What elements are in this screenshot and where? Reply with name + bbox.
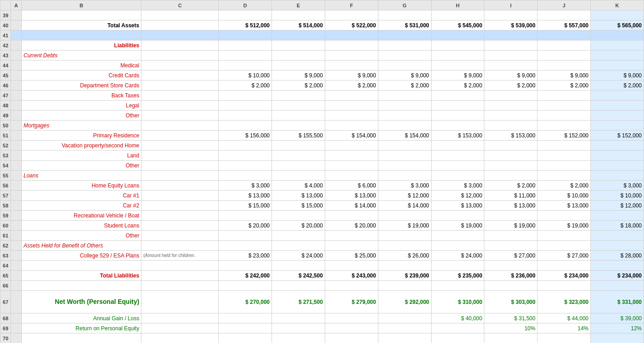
- cell-58-k[interactable]: $ 12,000: [591, 201, 644, 211]
- cell-60-b-student-loans[interactable]: Student Loans: [21, 221, 141, 231]
- cell-62-f[interactable]: [325, 241, 378, 251]
- cell-63-b-college[interactable]: College 529 / ESA Plans: [21, 251, 141, 261]
- cell-64-g[interactable]: [378, 261, 431, 271]
- cell-45-i[interactable]: $ 9,000: [484, 71, 538, 81]
- cell-39-f[interactable]: [325, 10, 378, 20]
- cell-44-h[interactable]: [431, 61, 484, 71]
- cell-56-j[interactable]: $ 2,000: [538, 181, 591, 191]
- cell-66-f[interactable]: [325, 281, 378, 291]
- cell-67-b-net-worth[interactable]: Net Worth (Personal Equity): [21, 291, 141, 313]
- cell-57-g[interactable]: $ 12,000: [378, 191, 431, 201]
- cell-43-e[interactable]: [272, 50, 325, 61]
- cell-39-d[interactable]: [219, 10, 272, 20]
- cell-59-k[interactable]: [591, 211, 644, 221]
- cell-46-g[interactable]: $ 2,000: [378, 81, 431, 91]
- cell-57-i[interactable]: $ 11,000: [484, 191, 538, 201]
- cell-47-f[interactable]: [325, 91, 378, 101]
- cell-60-d[interactable]: $ 20,000: [219, 221, 272, 231]
- cell-70-b[interactable]: [21, 333, 141, 343]
- cell-60-i[interactable]: $ 19,000: [484, 221, 538, 231]
- cell-41-d[interactable]: [219, 30, 272, 40]
- cell-63-c-note[interactable]: (Amount held for children.: [141, 251, 219, 261]
- cell-50-g[interactable]: [378, 121, 431, 131]
- cell-41-j[interactable]: [538, 30, 591, 40]
- cell-42-d[interactable]: [219, 40, 272, 50]
- cell-54-b-other2[interactable]: Other: [21, 161, 141, 171]
- cell-46-j[interactable]: $ 2,000: [538, 81, 591, 91]
- cell-61-c[interactable]: [141, 231, 219, 241]
- cell-40-e[interactable]: $ 514,000: [272, 20, 325, 30]
- cell-45-b-credit-cards[interactable]: Credit Cards: [21, 71, 141, 81]
- cell-40-c[interactable]: [141, 20, 219, 30]
- cell-59-e[interactable]: [272, 211, 325, 221]
- cell-47-i[interactable]: [484, 91, 538, 101]
- cell-70-c[interactable]: [141, 333, 219, 343]
- cell-42-g[interactable]: [378, 40, 431, 50]
- cell-62-d[interactable]: [219, 241, 272, 251]
- cell-58-c[interactable]: [141, 201, 219, 211]
- cell-49-c[interactable]: [141, 111, 219, 121]
- cell-40-k[interactable]: $ 565,000: [591, 20, 644, 30]
- cell-62-h[interactable]: [431, 241, 484, 251]
- cell-53-e[interactable]: [272, 151, 325, 161]
- cell-48-h[interactable]: [431, 101, 484, 111]
- cell-47-k[interactable]: [591, 91, 644, 101]
- cell-39-j[interactable]: [538, 10, 591, 20]
- cell-51-k[interactable]: $ 152,000: [591, 131, 644, 141]
- cell-63-h[interactable]: $ 24,000: [431, 251, 484, 261]
- cell-54-f[interactable]: [325, 161, 378, 171]
- cell-69-e[interactable]: [272, 323, 325, 333]
- cell-51-h[interactable]: $ 153,000: [431, 131, 484, 141]
- cell-39-h[interactable]: [431, 10, 484, 20]
- cell-49-g[interactable]: [378, 111, 431, 121]
- cell-55-k[interactable]: [591, 171, 644, 181]
- cell-62-g[interactable]: [378, 241, 431, 251]
- cell-54-i[interactable]: [484, 161, 538, 171]
- cell-46-e[interactable]: $ 2,000: [272, 81, 325, 91]
- cell-48-k[interactable]: [591, 101, 644, 111]
- cell-47-a[interactable]: [11, 91, 21, 101]
- cell-70-k[interactable]: [591, 333, 644, 343]
- cell-48-j[interactable]: [538, 101, 591, 111]
- cell-46-c[interactable]: [141, 81, 219, 91]
- cell-56-a[interactable]: [11, 181, 21, 191]
- cell-39-k[interactable]: [591, 10, 644, 20]
- cell-58-a[interactable]: [11, 201, 21, 211]
- cell-65-g[interactable]: $ 239,000: [378, 271, 431, 281]
- cell-42-f[interactable]: [325, 40, 378, 50]
- cell-50-b-mortgages[interactable]: Mortgages: [21, 121, 141, 131]
- cell-51-i[interactable]: $ 153,000: [484, 131, 538, 141]
- cell-48-g[interactable]: [378, 101, 431, 111]
- cell-64-b[interactable]: [21, 261, 141, 271]
- cell-48-e[interactable]: [272, 101, 325, 111]
- cell-51-a[interactable]: [11, 131, 21, 141]
- cell-49-f[interactable]: [325, 111, 378, 121]
- cell-53-d[interactable]: [219, 151, 272, 161]
- cell-68-k[interactable]: $ 39,000: [591, 313, 644, 323]
- cell-42-e[interactable]: [272, 40, 325, 50]
- cell-65-i[interactable]: $ 236,000: [484, 271, 538, 281]
- cell-67-c[interactable]: [141, 291, 219, 313]
- cell-43-d[interactable]: [219, 50, 272, 61]
- cell-69-h[interactable]: [431, 323, 484, 333]
- cell-42-a[interactable]: [11, 40, 21, 50]
- cell-39-g[interactable]: [378, 10, 431, 20]
- cell-49-j[interactable]: [538, 111, 591, 121]
- cell-61-g[interactable]: [378, 231, 431, 241]
- cell-52-g[interactable]: [378, 141, 431, 151]
- cell-56-d[interactable]: $ 3,000: [219, 181, 272, 191]
- cell-45-f[interactable]: $ 9,000: [325, 71, 378, 81]
- cell-51-e[interactable]: $ 155,500: [272, 131, 325, 141]
- cell-52-k[interactable]: [591, 141, 644, 151]
- cell-55-j[interactable]: [538, 171, 591, 181]
- cell-53-b-land[interactable]: Land: [21, 151, 141, 161]
- cell-70-g[interactable]: [378, 333, 431, 343]
- cell-62-j[interactable]: [538, 241, 591, 251]
- cell-61-k[interactable]: [591, 231, 644, 241]
- cell-49-b-other[interactable]: Other: [21, 111, 141, 121]
- cell-67-a[interactable]: [11, 291, 21, 313]
- cell-44-d[interactable]: [219, 61, 272, 71]
- cell-64-i[interactable]: [484, 261, 538, 271]
- cell-58-h[interactable]: $ 13,000: [431, 201, 484, 211]
- cell-61-i[interactable]: [484, 231, 538, 241]
